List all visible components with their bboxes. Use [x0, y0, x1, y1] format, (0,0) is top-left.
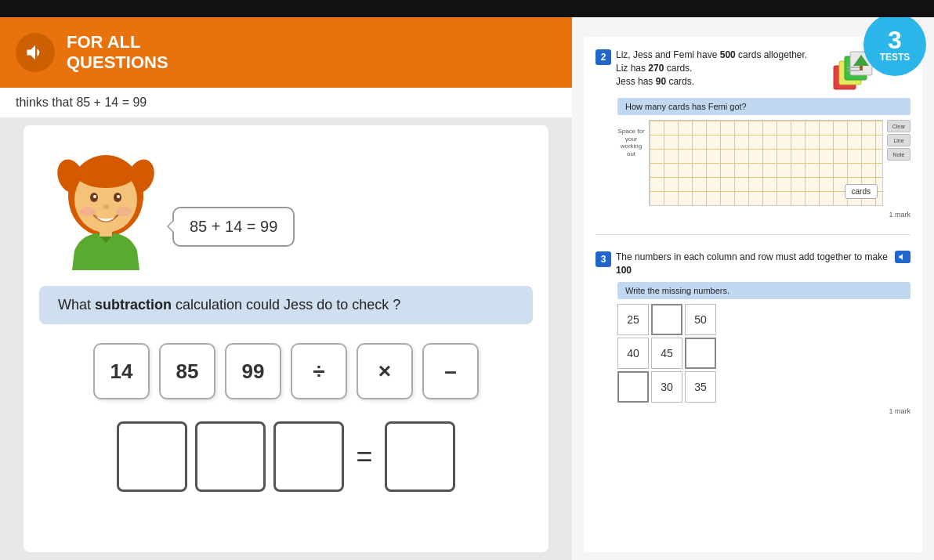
q2-header: 2 Liz, Jess and Femi have 500 cards allo… [596, 49, 910, 93]
space-label: Space for your working out [617, 128, 645, 157]
grid-btn-clear[interactable]: Clear [887, 120, 910, 132]
orange-header: FOR ALL QUESTIONS [0, 17, 572, 88]
svg-point-9 [103, 204, 109, 209]
q2-grid-container: cards [649, 120, 883, 206]
answer-box-2[interactable] [195, 421, 266, 492]
q2-text-line1: Liz, Jess and Femi have 500 cards alloge… [616, 49, 824, 62]
cards-answer-box: cards [845, 184, 878, 199]
q2-grid-area: Space for your working out cards Clear L… [617, 120, 910, 206]
svg-point-8 [117, 195, 120, 198]
equals-sign: = [356, 440, 372, 473]
question-prompt: What subtraction calculation could Jess … [39, 286, 533, 324]
tests-number: 3 [888, 27, 902, 52]
q3-cell-r3c2: 30 [651, 371, 682, 403]
tile-85[interactable]: 85 [159, 343, 215, 399]
for-all-questions-label: FOR ALL QUESTIONS [67, 32, 168, 74]
answer-row: = [117, 421, 454, 492]
answer-box-1[interactable] [117, 421, 187, 492]
q3-header: 3 The numbers in each column and row mus… [596, 251, 910, 277]
q2-text-line3: Jess has 90 cards. [616, 75, 824, 89]
q2-answer-grid[interactable]: cards [649, 120, 883, 206]
q3-cell-r1c3: 50 [685, 304, 716, 335]
speaker-icon[interactable] [16, 33, 55, 72]
left-panel: FOR ALL QUESTIONS thinks that 85 + 14 = … [0, 17, 572, 560]
q3-instruction-prompt: Write the missing numbers. [617, 282, 910, 299]
q3-cell-r2c3[interactable] [685, 338, 716, 369]
question-2-section: 2 Liz, Jess and Femi have 500 cards allo… [596, 49, 910, 219]
svg-point-7 [93, 195, 96, 198]
right-panel: 3 TESTS 2 Liz, Jess and Femi have 500 ca… [572, 17, 934, 560]
q3-instruction-text: Write the missing numbers. [625, 286, 729, 295]
tiles-row: 14 85 99 ÷ × – [93, 343, 479, 399]
svg-rect-18 [860, 66, 863, 70]
q3-text: The numbers in each column and row must … [616, 251, 889, 277]
question-card: 85 + 14 = 99 What subtraction calculatio… [24, 125, 548, 552]
q3-grid: 25 50 40 45 30 35 [617, 304, 910, 403]
q3-cell-r2c2: 45 [651, 338, 682, 369]
tile-minus[interactable]: – [422, 343, 479, 399]
tile-divide[interactable]: ÷ [291, 343, 347, 399]
speaker-svg [24, 42, 46, 63]
speech-bubble-text: 85 + 14 = 99 [190, 218, 277, 235]
tile-99[interactable]: 99 [225, 343, 281, 399]
q2-how-many-prompt: How many cards has Femi got? [617, 98, 910, 115]
grid-btn-note[interactable]: Note [887, 148, 910, 161]
svg-point-11 [116, 207, 132, 216]
main-area: FOR ALL QUESTIONS thinks that 85 + 14 = … [0, 17, 934, 560]
intro-text-content: thinks that 85 + 14 = 99 [16, 96, 147, 109]
q3-number: 3 [596, 251, 611, 267]
question-3-section: 3 The numbers in each column and row mus… [596, 251, 910, 415]
q2-text-line2: Liz has 270 cards. [616, 62, 824, 75]
bold-subtraction: subtraction [95, 297, 172, 313]
svg-rect-12 [100, 229, 112, 237]
q3-audio-button[interactable] [895, 251, 910, 263]
speech-bubble: 85 + 14 = 99 [172, 207, 295, 247]
grid-btn-line[interactable]: Line [887, 134, 910, 146]
tile-multiply[interactable]: × [357, 343, 413, 399]
cards-label: cards [852, 187, 871, 196]
svg-point-4 [76, 160, 136, 188]
svg-point-10 [80, 207, 96, 216]
q3-cell-r1c2[interactable] [651, 304, 682, 335]
right-content: 2 Liz, Jess and Femi have 500 cards allo… [584, 37, 922, 552]
answer-box-3[interactable] [273, 421, 344, 492]
q2-how-many-text: How many cards has Femi got? [625, 102, 747, 111]
q3-audio-icon [898, 252, 907, 262]
q2-one-mark: 1 mark [617, 211, 910, 219]
top-bar [0, 0, 934, 17]
intro-text: thinks that 85 + 14 = 99 [0, 88, 572, 117]
q3-cell-r1c1: 25 [617, 304, 649, 335]
q3-cell-r3c1[interactable] [617, 371, 649, 403]
divider [596, 234, 910, 235]
tests-label: TESTS [880, 52, 910, 62]
grid-sidebar: Clear Line Note [887, 120, 910, 161]
tile-14[interactable]: 14 [93, 343, 150, 399]
q2-number: 2 [596, 49, 611, 65]
answer-box-result[interactable] [385, 421, 455, 492]
q3-cell-r2c1: 40 [617, 338, 649, 369]
girl-avatar [55, 141, 157, 270]
girl-section: 85 + 14 = 99 [39, 141, 295, 270]
q3-cell-r3c3: 35 [685, 371, 716, 403]
q3-one-mark: 1 mark [617, 407, 910, 415]
